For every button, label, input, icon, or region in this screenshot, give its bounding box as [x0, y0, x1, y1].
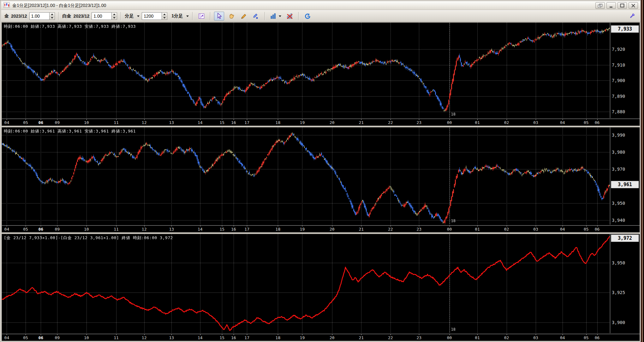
toolbar-separator [121, 12, 121, 20]
spin-down-icon[interactable] [50, 16, 55, 20]
x-axis-tick [247, 334, 247, 335]
svg-text:R: R [307, 15, 310, 18]
y-axis-tick-label: 3,990 [612, 133, 625, 138]
x-axis-time-label: 04 [560, 120, 565, 125]
x-axis-time-label: 17 [244, 227, 249, 232]
x-axis-tick [234, 226, 234, 227]
y-axis-tick-label: 3,950 [612, 201, 625, 206]
close-icon [630, 3, 636, 8]
x-axis-time-label: 12 [142, 335, 147, 340]
x-axis-time-label: 19 [300, 335, 305, 340]
x-axis-tick [477, 226, 478, 227]
x-axis-time-label: 21 [359, 227, 364, 232]
x-axis-time-label: 09 [55, 227, 60, 232]
interval-dropdown[interactable]: 1分足 [171, 13, 183, 19]
gold-ratio-input[interactable] [29, 12, 50, 20]
x-axis-time-label: 04 [560, 227, 565, 232]
x-axis-tick [477, 119, 478, 120]
x-axis-time-label: 23 [416, 335, 421, 340]
reload-button[interactable]: R [302, 12, 313, 21]
x-axis-tick [57, 119, 57, 120]
spread-line-canvas[interactable] [2, 234, 610, 333]
titlebar[interactable]: 金1分足[2023/12]1.00 - 白金1分足[2023/12]1.00 [1, 1, 640, 10]
maximize-button[interactable] [617, 2, 627, 9]
spin-down-icon[interactable] [112, 16, 117, 20]
x-axis-time-label: 05 [584, 120, 589, 125]
x-axis-tick [171, 334, 172, 335]
toolbar-separator [58, 12, 59, 20]
x-axis-time-label: 06 [595, 227, 600, 232]
x-axis-tick [536, 334, 536, 335]
spread-y-axis: 3,972 3,9503,9253,900 [610, 234, 639, 333]
pan-hand-button[interactable] [226, 12, 236, 21]
move-drawing-button[interactable] [251, 12, 261, 21]
popup-window-button[interactable] [595, 2, 605, 9]
x-axis-tick [597, 334, 598, 335]
x-axis-tick [332, 226, 332, 227]
x-axis-tick [361, 334, 361, 335]
x-axis-tick [419, 226, 419, 227]
x-axis-time-label: 20 [330, 120, 335, 125]
toolbar-separator [265, 12, 265, 20]
platinum-candlestick-canvas[interactable] [2, 127, 610, 225]
x-axis-time-label: 06 [595, 120, 600, 125]
chart-cursor-panel-button[interactable] [196, 12, 206, 21]
x-axis-time-label: 22 [388, 335, 393, 340]
x-axis-time-label: 14 [198, 227, 203, 232]
minimize-button[interactable] [606, 2, 616, 9]
x-axis-time-label: 18 [276, 120, 281, 125]
settings-wrench-button[interactable] [627, 12, 637, 21]
bar-chart-delete-icon [286, 13, 293, 20]
chevron-down-icon[interactable] [137, 15, 140, 17]
spin-down-icon[interactable] [162, 16, 167, 20]
gold-y-axis: 7,933 7,9207,9107,9007,8907,880 [610, 23, 639, 118]
gold-contract-month: 2023/12 [11, 14, 27, 19]
x-axis-time-label: 11 [114, 335, 119, 340]
spin-up-icon[interactable] [50, 13, 55, 16]
spin-up-icon[interactable] [112, 13, 117, 16]
x-axis-tick [26, 119, 26, 120]
x-axis-tick [26, 226, 26, 227]
x-axis-tick [278, 226, 278, 227]
x-axis-time-label: 22 [388, 120, 393, 125]
x-axis-time-label: 05 [23, 120, 28, 125]
x-axis-time-label: 04 [4, 120, 9, 125]
platinum-ratio-input[interactable] [92, 12, 112, 20]
bar-count-spinbox[interactable] [142, 12, 167, 20]
bar-type-dropdown[interactable]: 分足 [125, 13, 134, 19]
gold-ratio-spinbox[interactable] [29, 12, 55, 20]
x-axis-tick [450, 119, 450, 120]
toolbar-separator [192, 12, 193, 20]
gold-label: 金 [4, 13, 9, 19]
platinum-ratio-spinbox[interactable] [92, 12, 117, 20]
x-axis-tick [597, 226, 598, 227]
x-axis-time-label: 04 [4, 335, 9, 340]
spread-x-axis: 0405060910111213141516171819202122230001… [2, 334, 640, 341]
y-axis-tick-label: 3,925 [612, 290, 625, 295]
x-axis-time-label: 20 [330, 227, 335, 232]
spin-up-icon[interactable] [162, 13, 167, 16]
x-axis-tick [116, 334, 116, 335]
x-axis-tick [26, 334, 26, 335]
x-axis-tick [57, 334, 57, 335]
x-axis-time-label: 23 [416, 227, 421, 232]
x-axis-tick [144, 334, 145, 335]
x-axis-tick [222, 226, 222, 227]
delete-bars-button[interactable] [285, 12, 295, 21]
bar-style-button[interactable] [269, 12, 283, 21]
x-axis-tick [419, 334, 419, 335]
y-axis-tick-label: 3,970 [612, 167, 625, 172]
maximize-icon [619, 3, 625, 8]
chevron-down-icon[interactable] [186, 15, 189, 17]
bar-count-input[interactable] [142, 12, 162, 20]
x-axis-tick [144, 119, 145, 120]
draw-pencil-button[interactable] [239, 12, 249, 21]
close-button[interactable] [629, 2, 638, 9]
x-axis-time-label: 06 [595, 335, 600, 340]
y-axis-tick-label: 3,940 [612, 218, 625, 223]
x-axis-time-label: 01 [475, 227, 480, 232]
gold-candlestick-canvas[interactable] [2, 23, 610, 118]
select-cursor-button[interactable] [214, 12, 224, 21]
x-axis-tick [450, 226, 450, 227]
y-axis-tick-label: 3,900 [612, 320, 625, 325]
